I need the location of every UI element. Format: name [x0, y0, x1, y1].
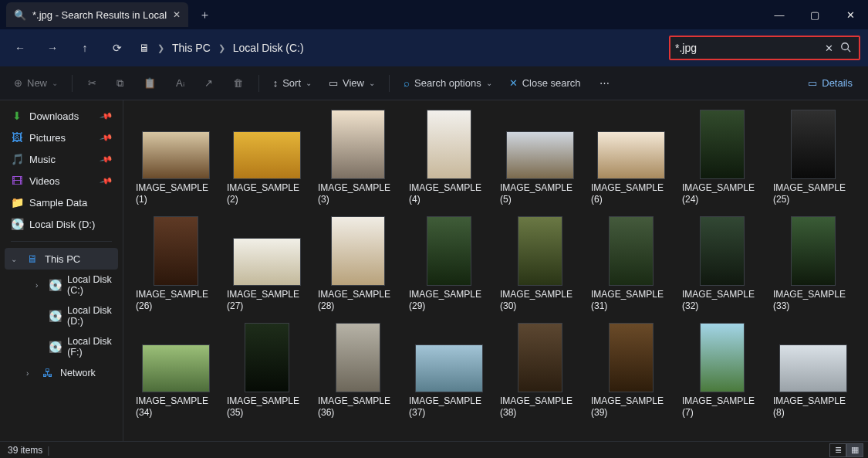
view-mode-switcher: ≣ ▦ — [829, 443, 863, 457]
search-input[interactable] — [675, 42, 820, 54]
file-grid: IMAGE_SAMPLE (1)IMAGE_SAMPLE (2)IMAGE_SA… — [136, 108, 859, 419]
new-button[interactable]: ⊕ New ⌄ — [8, 73, 64, 93]
ellipsis-icon: ⋯ — [599, 77, 610, 89]
breadcrumb[interactable]: 🖥 ❯ This PC ❯ Local Disk (C:) — [139, 42, 658, 54]
file-item[interactable]: IMAGE_SAMPLE (3) — [318, 108, 398, 205]
sidebar-item-drive-f[interactable]: ›💽Local Disk (F:) — [0, 331, 123, 362]
file-item[interactable]: IMAGE_SAMPLE (28) — [318, 215, 398, 312]
file-item[interactable]: IMAGE_SAMPLE (1) — [136, 108, 216, 205]
search-button[interactable] — [837, 42, 854, 55]
up-button[interactable]: ↑ — [74, 42, 96, 54]
delete-button[interactable]: 🗑 — [225, 73, 251, 93]
thumbnail-wrap — [682, 321, 762, 392]
forward-button[interactable]: → — [42, 42, 63, 54]
sort-button[interactable]: ↕ Sort ⌄ — [267, 73, 318, 93]
search-box[interactable]: ✕ — [669, 36, 860, 60]
file-name: IMAGE_SAMPLE (6) — [591, 182, 671, 205]
file-item[interactable]: IMAGE_SAMPLE (2) — [227, 108, 307, 205]
breadcrumb-item[interactable]: This PC — [172, 42, 211, 54]
file-item[interactable]: IMAGE_SAMPLE (35) — [227, 321, 307, 419]
file-item[interactable]: IMAGE_SAMPLE (39) — [591, 321, 671, 419]
sidebar-label: Local Disk (D:) — [67, 305, 115, 327]
svg-line-1 — [848, 49, 851, 52]
sidebar-item-localdisk-d[interactable]: 💽Local Disk (D:) — [0, 213, 123, 235]
file-item[interactable]: IMAGE_SAMPLE (24) — [682, 108, 762, 205]
sidebar-item-music[interactable]: 🎵Music📌 — [0, 148, 123, 170]
sidebar-item-this-pc[interactable]: ⌄ 🖥 This PC — [5, 248, 118, 270]
file-item[interactable]: IMAGE_SAMPLE (36) — [318, 321, 398, 419]
file-item[interactable]: IMAGE_SAMPLE (34) — [136, 321, 216, 419]
thumbnail — [142, 131, 210, 179]
close-tab-icon[interactable]: ✕ — [173, 9, 181, 20]
back-button[interactable]: ← — [9, 42, 31, 54]
sidebar-item-drive-c[interactable]: ›💽Local Disk (C:) — [0, 270, 123, 300]
file-item[interactable]: IMAGE_SAMPLE (31) — [591, 215, 671, 312]
details-pane-button[interactable]: ▭ Details — [802, 73, 859, 93]
file-item[interactable]: IMAGE_SAMPLE (5) — [500, 108, 580, 205]
sidebar-item-pictures[interactable]: 🖼Pictures📌 — [0, 127, 123, 148]
sidebar-item-sample-data[interactable]: 📁Sample Data — [0, 192, 123, 213]
file-name: IMAGE_SAMPLE (29) — [409, 289, 489, 312]
rename-button[interactable]: Aᵢ — [168, 73, 192, 93]
file-name: IMAGE_SAMPLE (5) — [500, 182, 580, 205]
network-icon: 🖧 — [42, 367, 54, 379]
paste-button[interactable]: 📋 — [136, 73, 164, 93]
close-window-button[interactable]: ✕ — [833, 0, 868, 29]
close-search-button[interactable]: ✕ Close search — [503, 73, 587, 93]
disk-icon: 💽 — [49, 279, 61, 291]
new-tab-button[interactable]: ＋ — [193, 8, 216, 22]
cut-button[interactable]: ✂ — [80, 73, 104, 93]
sidebar-item-videos[interactable]: 🎞Videos📌 — [0, 170, 123, 192]
clear-search-button[interactable]: ✕ — [820, 42, 837, 54]
thumbnail-wrap — [136, 108, 216, 179]
disk-icon: 💽 — [11, 218, 23, 230]
file-item[interactable]: IMAGE_SAMPLE (7) — [682, 321, 762, 419]
file-name: IMAGE_SAMPLE (3) — [318, 182, 398, 205]
thumbnail — [427, 110, 471, 179]
file-item[interactable]: IMAGE_SAMPLE (25) — [773, 108, 853, 205]
file-view[interactable]: IMAGE_SAMPLE (1)IMAGE_SAMPLE (2)IMAGE_SA… — [123, 100, 868, 441]
copy-button[interactable]: ⧉ — [109, 73, 131, 94]
thumbnail-wrap — [136, 321, 216, 392]
thumbnails-view-button[interactable]: ▦ — [846, 443, 863, 457]
sidebar-item-downloads[interactable]: ⬇Downloads📌 — [0, 105, 123, 127]
search-icon: 🔍 — [14, 9, 26, 21]
file-name: IMAGE_SAMPLE (1) — [136, 182, 216, 205]
maximize-button[interactable]: ▢ — [797, 0, 833, 29]
file-item[interactable]: IMAGE_SAMPLE (32) — [682, 215, 762, 312]
sidebar-item-drive-d[interactable]: ›💽Local Disk (D:) — [0, 300, 123, 331]
thumbnail — [700, 216, 745, 286]
file-item[interactable]: IMAGE_SAMPLE (8) — [773, 321, 853, 419]
file-item[interactable]: IMAGE_SAMPLE (30) — [500, 215, 580, 312]
active-tab[interactable]: 🔍 *.jpg - Search Results in Local ✕ — [6, 2, 188, 27]
share-button[interactable]: ↗ — [197, 73, 221, 93]
file-item[interactable]: IMAGE_SAMPLE (37) — [409, 321, 489, 419]
videos-icon: 🎞 — [11, 175, 23, 187]
file-item[interactable]: IMAGE_SAMPLE (4) — [409, 108, 489, 205]
sort-icon: ↕ — [273, 77, 279, 89]
file-name: IMAGE_SAMPLE (4) — [409, 182, 489, 205]
details-view-button[interactable]: ≣ — [829, 443, 846, 457]
download-icon: ⬇ — [11, 110, 23, 122]
thumbnail — [506, 131, 574, 179]
search-options-button[interactable]: ⌕ Search options ⌄ — [397, 73, 498, 93]
thumbnail — [791, 216, 836, 286]
file-item[interactable]: IMAGE_SAMPLE (6) — [591, 108, 671, 205]
breadcrumb-item[interactable]: Local Disk (C:) — [233, 42, 304, 54]
file-item[interactable]: IMAGE_SAMPLE (33) — [773, 215, 853, 312]
refresh-button[interactable]: ⟳ — [106, 42, 128, 54]
view-button[interactable]: ▭ View ⌄ — [323, 73, 381, 93]
sidebar-label: Videos — [29, 175, 60, 187]
minimize-button[interactable]: ― — [762, 0, 797, 29]
file-item[interactable]: IMAGE_SAMPLE (26) — [136, 215, 216, 312]
file-item[interactable]: IMAGE_SAMPLE (27) — [227, 215, 307, 312]
separator — [11, 241, 112, 242]
thumbnail — [609, 216, 654, 286]
more-button[interactable]: ⋯ — [592, 73, 617, 93]
file-item[interactable]: IMAGE_SAMPLE (29) — [409, 215, 489, 312]
tab-strip: 🔍 *.jpg - Search Results in Local ✕ ＋ — [6, 0, 216, 29]
file-item[interactable]: IMAGE_SAMPLE (38) — [500, 321, 580, 419]
sidebar-item-network[interactable]: ›🖧Network — [0, 362, 123, 384]
item-count: 39 items — [8, 445, 42, 456]
share-icon: ↗ — [204, 77, 213, 89]
